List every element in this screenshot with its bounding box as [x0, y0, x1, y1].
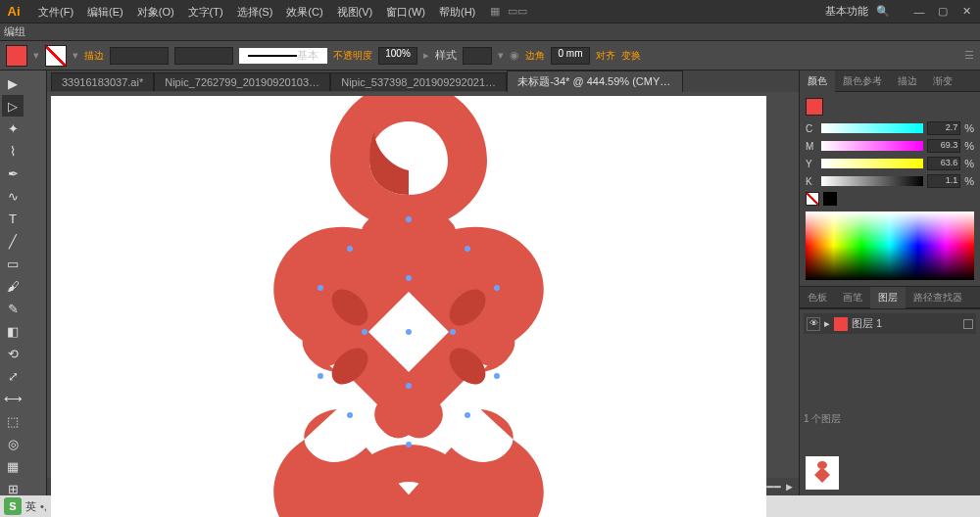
type-tool[interactable]: T	[2, 208, 24, 229]
svg-point-14	[362, 329, 368, 335]
menu-file[interactable]: 文件(F)	[31, 0, 80, 24]
doc-tab[interactable]: Nipic_537398_20190929202152610000.ai*	[330, 72, 507, 91]
opacity-value[interactable]: 100%	[378, 47, 417, 65]
c-slider[interactable]	[821, 123, 923, 133]
tab-brushes[interactable]: 画笔	[835, 287, 870, 308]
stroke-dash[interactable]	[174, 47, 233, 65]
workspace-switcher[interactable]: 基本功能	[825, 4, 868, 19]
symbol-thumbnail[interactable]	[806, 456, 839, 490]
swatch-panel-tabs: 色板 画笔 图层 路径查找器	[800, 287, 980, 308]
menu-window[interactable]: 窗口(W)	[379, 0, 432, 24]
bridge-icon[interactable]: ▦	[490, 5, 500, 18]
pen-tool[interactable]: ✒	[2, 163, 24, 184]
tab-color-guide[interactable]: 颜色参考	[835, 70, 890, 92]
search-icon[interactable]: 🔍	[876, 5, 890, 18]
m-slider[interactable]	[821, 141, 923, 151]
layer-target-icon[interactable]	[963, 319, 973, 329]
menu-object[interactable]: 对象(O)	[130, 0, 181, 24]
scale-tool[interactable]: ⤢	[2, 365, 24, 387]
magic-wand-tool[interactable]: ✦	[2, 118, 24, 139]
tab-gradient[interactable]: 渐变	[925, 70, 960, 92]
doc-tab-active[interactable]: 未标题-34* @ 444.59% (CMYK/预览)	[507, 70, 683, 92]
ime-lang[interactable]: 英	[25, 499, 36, 514]
curvature-tool[interactable]: ∿	[2, 185, 24, 207]
layers-count: 1 个图层	[804, 334, 976, 426]
corner-value[interactable]: 0 mm	[551, 47, 590, 65]
tab-swatches[interactable]: 色板	[800, 287, 835, 308]
pencil-tool[interactable]: ✎	[2, 298, 24, 319]
svg-point-18	[494, 373, 500, 379]
panel-fill-swatch[interactable]	[806, 98, 823, 116]
tab-color[interactable]: 颜色	[800, 70, 835, 92]
rectangle-tool[interactable]: ▭	[2, 253, 24, 274]
line-tool[interactable]: ╱	[2, 230, 24, 252]
opacity-label: 不透明度	[333, 49, 372, 63]
tab-pathfinder[interactable]: 路径查找器	[906, 287, 970, 308]
document-area: 33916183037.ai* Nipic_7262799_2019092010…	[47, 70, 799, 495]
layers-panel: 👁 ▸ 图层 1 1 个图层	[800, 308, 980, 450]
document-tabs: 33916183037.ai* Nipic_7262799_2019092010…	[47, 70, 799, 92]
free-transform-tool[interactable]: ⬚	[2, 410, 24, 432]
color-spectrum[interactable]	[806, 212, 974, 280]
layer-row[interactable]: 👁 ▸ 图层 1	[804, 313, 976, 334]
c-label: C	[806, 123, 817, 134]
corner-label: 边角	[525, 49, 545, 63]
tab-stroke[interactable]: 描边	[890, 70, 925, 92]
y-label: Y	[806, 159, 817, 169]
black-swatch[interactable]	[823, 192, 837, 206]
chinese-knot-artwork[interactable]	[203, 96, 614, 517]
k-value[interactable]: 1.1	[927, 174, 960, 188]
y-value[interactable]: 63.6	[927, 157, 960, 170]
stroke-swatch[interactable]	[45, 45, 67, 67]
minimize-icon[interactable]: —	[909, 4, 929, 20]
artboard[interactable]	[51, 96, 766, 517]
transform-button[interactable]: 变换	[621, 49, 641, 63]
svg-point-22	[406, 442, 412, 447]
panel-menu-icon[interactable]: ☰	[964, 49, 974, 62]
menu-view[interactable]: 视图(V)	[330, 0, 380, 24]
recolor-icon[interactable]: ◉	[510, 49, 519, 62]
tab-layers[interactable]: 图层	[870, 287, 906, 308]
close-icon[interactable]: ✕	[956, 4, 976, 20]
ime-punct-icon[interactable]: •,	[40, 500, 47, 512]
app-logo: Ai	[4, 3, 24, 21]
selection-tool[interactable]: ▶	[2, 72, 24, 94]
m-value[interactable]: 69.3	[927, 139, 960, 153]
perspective-tool[interactable]: ▦	[2, 455, 24, 477]
stroke-weight[interactable]	[110, 47, 169, 65]
layer-name[interactable]: 图层 1	[852, 316, 882, 331]
fill-swatch[interactable]	[6, 45, 27, 67]
y-slider[interactable]	[821, 159, 923, 168]
c-value[interactable]: 2.7	[927, 121, 960, 135]
eraser-tool[interactable]: ◧	[2, 320, 24, 342]
svg-point-11	[318, 285, 323, 291]
style-label: 样式	[435, 48, 457, 63]
arrange-icon[interactable]: ▭▭	[508, 5, 527, 18]
stroke-style[interactable]: 基本	[239, 48, 327, 64]
rotate-tool[interactable]: ⟲	[2, 343, 24, 364]
expand-icon[interactable]: ▸	[824, 317, 830, 330]
svg-point-16	[406, 329, 412, 335]
menu-effect[interactable]: 效果(C)	[279, 0, 329, 24]
doc-tab[interactable]: Nipic_7262799_2019092010333002803! .ai*	[154, 72, 330, 91]
shape-builder-tool[interactable]: ◎	[2, 433, 24, 454]
k-label: K	[806, 176, 817, 187]
style-select[interactable]	[463, 47, 492, 65]
visibility-icon[interactable]: 👁	[807, 317, 820, 331]
doc-tab[interactable]: 33916183037.ai*	[51, 72, 154, 91]
ime-icon[interactable]: S	[4, 497, 22, 515]
direct-selection-tool[interactable]: ▷	[2, 95, 24, 117]
k-slider[interactable]	[821, 176, 923, 186]
menu-edit[interactable]: 编辑(E)	[80, 0, 130, 24]
menu-help[interactable]: 帮助(H)	[432, 0, 482, 24]
svg-point-12	[494, 285, 500, 291]
canvas-viewport[interactable]	[47, 92, 799, 478]
menu-type[interactable]: 文字(T)	[181, 0, 230, 24]
menu-select[interactable]: 选择(S)	[230, 0, 280, 24]
width-tool[interactable]: ⟷	[2, 388, 24, 409]
lasso-tool[interactable]: ⌇	[2, 140, 24, 162]
paintbrush-tool[interactable]: 🖌	[2, 275, 24, 297]
none-swatch[interactable]	[806, 192, 819, 206]
align-button[interactable]: 对齐	[596, 49, 615, 63]
maximize-icon[interactable]: ▢	[933, 4, 953, 20]
